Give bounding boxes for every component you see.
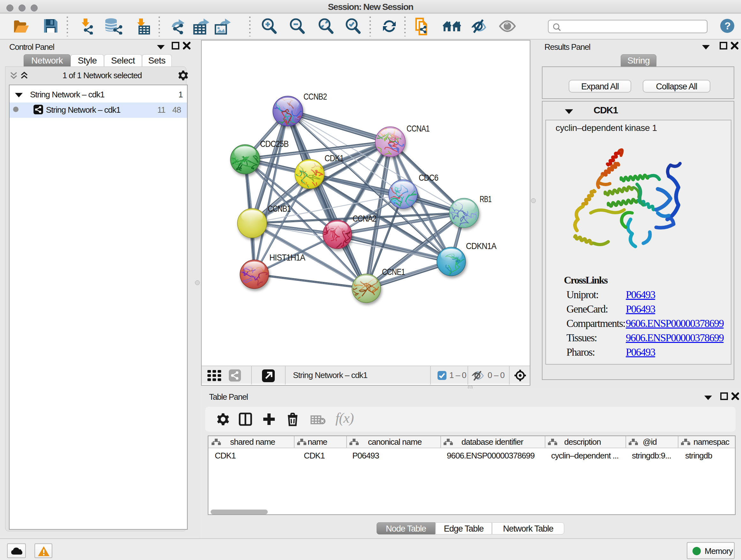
svg-text:CCNA2: CCNA2 [353,213,376,224]
svg-text:?: ? [724,20,730,32]
svg-text:CCNB1: CCNB1 [268,204,291,213]
svg-text:CCNE1: CCNE1 [382,267,405,277]
svg-text:RB1: RB1 [480,194,491,204]
svg-text:CCNB2: CCNB2 [304,91,327,102]
svg-text:CDK1: CDK1 [325,153,344,163]
svg-text:CCNA1: CCNA1 [407,124,429,133]
svg-text:CDC6: CDC6 [419,173,438,183]
svg-text:CDC25B: CDC25B [260,139,288,149]
svg-text:HIST1H1A: HIST1H1A [269,253,306,262]
svg-text:CDKN1A: CDKN1A [466,241,496,251]
